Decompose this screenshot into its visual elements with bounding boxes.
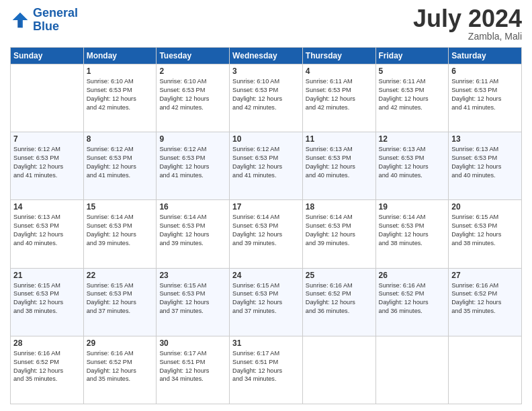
- day-info: Sunrise: 6:14 AM Sunset: 6:53 PM Dayligh…: [232, 213, 300, 248]
- calendar-week-2: 7Sunrise: 6:12 AM Sunset: 6:53 PM Daylig…: [11, 132, 522, 200]
- calendar-cell: 17Sunrise: 6:14 AM Sunset: 6:53 PM Dayli…: [230, 200, 303, 268]
- day-number: 1: [87, 66, 154, 76]
- day-number: 20: [451, 202, 519, 212]
- calendar-cell: 3Sunrise: 6:10 AM Sunset: 6:53 PM Daylig…: [230, 64, 303, 132]
- calendar-cell: [302, 336, 375, 404]
- day-info: Sunrise: 6:11 AM Sunset: 6:53 PM Dayligh…: [379, 77, 446, 112]
- calendar-cell: 18Sunrise: 6:14 AM Sunset: 6:53 PM Dayli…: [302, 200, 375, 268]
- day-number: 25: [306, 271, 373, 280]
- calendar-cell: 14Sunrise: 6:13 AM Sunset: 6:53 PM Dayli…: [11, 200, 84, 268]
- day-info: Sunrise: 6:13 AM Sunset: 6:53 PM Dayligh…: [306, 145, 373, 180]
- day-number: 11: [306, 134, 373, 144]
- col-tuesday: Tuesday: [157, 48, 230, 64]
- calendar-cell: 2Sunrise: 6:10 AM Sunset: 6:53 PM Daylig…: [157, 64, 230, 132]
- calendar-cell: 4Sunrise: 6:11 AM Sunset: 6:53 PM Daylig…: [302, 64, 375, 132]
- col-sunday: Sunday: [11, 48, 84, 64]
- calendar-cell: 5Sunrise: 6:11 AM Sunset: 6:53 PM Daylig…: [375, 64, 449, 132]
- day-info: Sunrise: 6:12 AM Sunset: 6:53 PM Dayligh…: [13, 145, 81, 180]
- day-number: 26: [379, 271, 446, 280]
- header: General Blue July 2024 Zambla, Mali: [10, 7, 522, 42]
- calendar-cell: 12Sunrise: 6:13 AM Sunset: 6:53 PM Dayli…: [375, 132, 449, 200]
- day-number: 14: [13, 202, 81, 212]
- day-info: Sunrise: 6:16 AM Sunset: 6:52 PM Dayligh…: [87, 349, 154, 384]
- day-number: 12: [379, 134, 446, 144]
- col-saturday: Saturday: [449, 48, 522, 64]
- day-info: Sunrise: 6:15 AM Sunset: 6:53 PM Dayligh…: [159, 281, 226, 316]
- calendar-cell: 9Sunrise: 6:12 AM Sunset: 6:53 PM Daylig…: [157, 132, 230, 200]
- page: General Blue July 2024 Zambla, Mali Sund…: [0, 0, 532, 411]
- day-info: Sunrise: 6:15 AM Sunset: 6:53 PM Dayligh…: [451, 213, 519, 248]
- calendar-cell: [449, 336, 522, 404]
- calendar-week-1: 1Sunrise: 6:10 AM Sunset: 6:53 PM Daylig…: [11, 64, 522, 132]
- day-info: Sunrise: 6:16 AM Sunset: 6:52 PM Dayligh…: [379, 281, 446, 316]
- day-number: 24: [232, 271, 300, 280]
- col-thursday: Thursday: [302, 48, 375, 64]
- logo-icon: [10, 10, 30, 30]
- day-number: 21: [13, 271, 81, 280]
- calendar-cell: 16Sunrise: 6:14 AM Sunset: 6:53 PM Dayli…: [157, 200, 230, 268]
- day-info: Sunrise: 6:14 AM Sunset: 6:53 PM Dayligh…: [159, 213, 226, 248]
- day-number: 30: [159, 338, 226, 348]
- calendar-cell: 22Sunrise: 6:15 AM Sunset: 6:53 PM Dayli…: [83, 268, 157, 336]
- calendar-cell: 24Sunrise: 6:15 AM Sunset: 6:53 PM Dayli…: [230, 268, 303, 336]
- day-number: 22: [87, 271, 154, 280]
- title-block: July 2024 Zambla, Mali: [413, 7, 522, 42]
- calendar-cell: 31Sunrise: 6:17 AM Sunset: 6:51 PM Dayli…: [230, 336, 303, 404]
- calendar-cell: 7Sunrise: 6:12 AM Sunset: 6:53 PM Daylig…: [11, 132, 84, 200]
- day-number: 28: [13, 338, 81, 348]
- day-number: 16: [159, 202, 226, 212]
- day-number: 27: [451, 271, 519, 280]
- day-info: Sunrise: 6:13 AM Sunset: 6:53 PM Dayligh…: [379, 145, 446, 180]
- calendar-cell: 29Sunrise: 6:16 AM Sunset: 6:52 PM Dayli…: [83, 336, 157, 404]
- calendar-cell: 19Sunrise: 6:14 AM Sunset: 6:53 PM Dayli…: [375, 200, 449, 268]
- calendar-cell: 8Sunrise: 6:12 AM Sunset: 6:53 PM Daylig…: [83, 132, 157, 200]
- day-info: Sunrise: 6:16 AM Sunset: 6:52 PM Dayligh…: [13, 349, 81, 384]
- calendar-cell: 21Sunrise: 6:15 AM Sunset: 6:53 PM Dayli…: [11, 268, 84, 336]
- calendar-cell: 25Sunrise: 6:16 AM Sunset: 6:52 PM Dayli…: [302, 268, 375, 336]
- day-number: 15: [87, 202, 154, 212]
- day-info: Sunrise: 6:10 AM Sunset: 6:53 PM Dayligh…: [232, 77, 300, 112]
- calendar: Sunday Monday Tuesday Wednesday Thursday…: [10, 47, 522, 404]
- day-info: Sunrise: 6:17 AM Sunset: 6:51 PM Dayligh…: [159, 349, 226, 384]
- day-number: 4: [306, 66, 373, 76]
- day-info: Sunrise: 6:12 AM Sunset: 6:53 PM Dayligh…: [159, 145, 226, 180]
- calendar-header: Sunday Monday Tuesday Wednesday Thursday…: [11, 48, 522, 64]
- calendar-cell: 10Sunrise: 6:12 AM Sunset: 6:53 PM Dayli…: [230, 132, 303, 200]
- day-info: Sunrise: 6:11 AM Sunset: 6:53 PM Dayligh…: [451, 77, 519, 112]
- calendar-week-3: 14Sunrise: 6:13 AM Sunset: 6:53 PM Dayli…: [11, 200, 522, 268]
- calendar-cell: 6Sunrise: 6:11 AM Sunset: 6:53 PM Daylig…: [449, 64, 522, 132]
- day-info: Sunrise: 6:10 AM Sunset: 6:53 PM Dayligh…: [159, 77, 226, 112]
- day-number: 9: [159, 134, 226, 144]
- day-info: Sunrise: 6:13 AM Sunset: 6:53 PM Dayligh…: [451, 145, 519, 180]
- day-info: Sunrise: 6:14 AM Sunset: 6:53 PM Dayligh…: [306, 213, 373, 248]
- calendar-cell: 11Sunrise: 6:13 AM Sunset: 6:53 PM Dayli…: [302, 132, 375, 200]
- calendar-cell: 13Sunrise: 6:13 AM Sunset: 6:53 PM Dayli…: [449, 132, 522, 200]
- day-info: Sunrise: 6:10 AM Sunset: 6:53 PM Dayligh…: [87, 77, 154, 112]
- day-number: 8: [87, 134, 154, 144]
- calendar-week-5: 28Sunrise: 6:16 AM Sunset: 6:52 PM Dayli…: [11, 336, 522, 404]
- col-monday: Monday: [83, 48, 157, 64]
- day-number: 3: [232, 66, 300, 76]
- day-number: 10: [232, 134, 300, 144]
- day-info: Sunrise: 6:14 AM Sunset: 6:53 PM Dayligh…: [379, 213, 446, 248]
- day-number: 19: [379, 202, 446, 212]
- day-number: 29: [87, 338, 154, 348]
- col-wednesday: Wednesday: [230, 48, 303, 64]
- calendar-cell: [11, 64, 84, 132]
- day-number: 18: [306, 202, 373, 212]
- location: Zambla, Mali: [413, 31, 522, 42]
- calendar-cell: 1Sunrise: 6:10 AM Sunset: 6:53 PM Daylig…: [83, 64, 157, 132]
- calendar-cell: 23Sunrise: 6:15 AM Sunset: 6:53 PM Dayli…: [157, 268, 230, 336]
- calendar-cell: 28Sunrise: 6:16 AM Sunset: 6:52 PM Dayli…: [11, 336, 84, 404]
- col-friday: Friday: [375, 48, 449, 64]
- day-info: Sunrise: 6:12 AM Sunset: 6:53 PM Dayligh…: [232, 145, 300, 180]
- calendar-cell: 15Sunrise: 6:14 AM Sunset: 6:53 PM Dayli…: [83, 200, 157, 268]
- calendar-body: 1Sunrise: 6:10 AM Sunset: 6:53 PM Daylig…: [11, 64, 522, 404]
- calendar-cell: 26Sunrise: 6:16 AM Sunset: 6:52 PM Dayli…: [375, 268, 449, 336]
- day-number: 5: [379, 66, 446, 76]
- day-info: Sunrise: 6:11 AM Sunset: 6:53 PM Dayligh…: [306, 77, 373, 112]
- day-info: Sunrise: 6:17 AM Sunset: 6:51 PM Dayligh…: [232, 349, 300, 384]
- calendar-cell: 30Sunrise: 6:17 AM Sunset: 6:51 PM Dayli…: [157, 336, 230, 404]
- day-info: Sunrise: 6:15 AM Sunset: 6:53 PM Dayligh…: [232, 281, 300, 316]
- day-info: Sunrise: 6:12 AM Sunset: 6:53 PM Dayligh…: [87, 145, 154, 180]
